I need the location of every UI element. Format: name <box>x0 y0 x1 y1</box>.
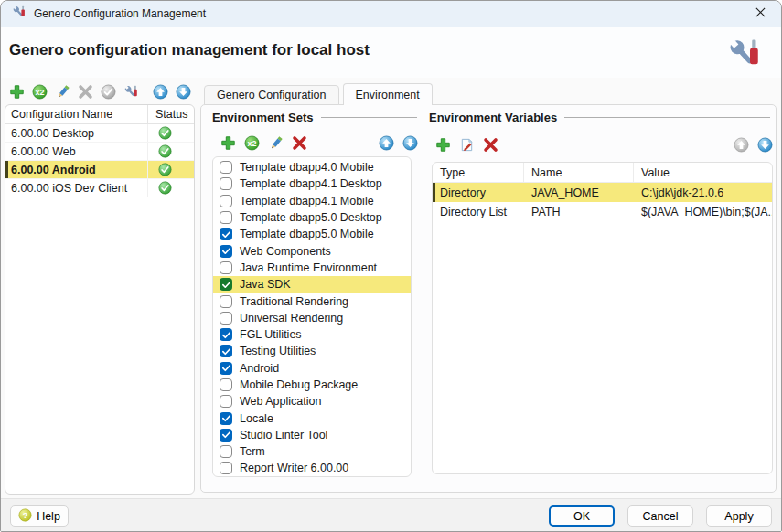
tab-genero-configuration[interactable]: Genero Configuration <box>204 85 339 105</box>
duplicate-environment-set-icon[interactable]: x2 <box>243 134 261 152</box>
config-name: 6.00.00 Web <box>5 143 148 160</box>
close-button[interactable] <box>739 1 781 27</box>
env-set-label: Report Writer 6.00.00 <box>240 462 348 474</box>
cancel-button[interactable]: Cancel <box>627 505 693 527</box>
checkbox-icon[interactable] <box>220 211 232 224</box>
column-type[interactable]: Type <box>433 163 524 182</box>
environment-sets-title: Environment Sets <box>212 111 314 124</box>
env-set-item[interactable]: Template dbapp4.1 Desktop <box>213 176 411 192</box>
variable-row[interactable]: Directory List PATH $(JAVA_HOME)\bin;$(J… <box>433 202 772 221</box>
delete-variable-icon[interactable] <box>482 136 499 154</box>
status-ok-icon <box>148 163 194 176</box>
duplicate-configuration-icon[interactable]: x2 <box>31 83 48 101</box>
move-configuration-up-icon[interactable] <box>152 83 168 101</box>
tab-environment[interactable]: Environment <box>343 83 433 105</box>
help-icon: ? <box>18 508 32 525</box>
env-set-item[interactable]: Java Runtime Environment <box>213 260 411 276</box>
title-bar: Genero Configuration Management <box>1 1 781 27</box>
env-set-item[interactable]: FGL Utilities <box>213 326 411 343</box>
env-set-item[interactable]: Universal Rendering <box>213 310 411 326</box>
status-ok-icon <box>148 126 194 140</box>
move-set-down-icon[interactable] <box>402 134 419 152</box>
env-set-item[interactable]: Android <box>213 360 411 377</box>
env-set-item[interactable]: Term <box>213 443 411 460</box>
checkbox-icon[interactable] <box>220 278 232 291</box>
env-set-item[interactable]: Web Components <box>213 242 411 259</box>
env-set-item[interactable]: Web Application <box>213 393 411 410</box>
column-value[interactable]: Value <box>634 163 772 182</box>
env-set-label: Studio Linter Tool <box>240 429 327 442</box>
add-environment-set-icon[interactable] <box>220 134 237 152</box>
ok-button[interactable]: OK <box>549 505 615 527</box>
move-variable-down-icon[interactable] <box>756 136 774 154</box>
env-set-item[interactable]: Report Writer 6.00.00 <box>213 460 411 476</box>
env-set-item[interactable]: Java SDK <box>213 276 411 293</box>
variable-row[interactable]: Directory JAVA_HOME C:\jdk\jdk-21.0.6 <box>433 183 772 202</box>
env-set-item[interactable]: Template dbapp5.0 Mobile <box>213 226 411 242</box>
variable-name: JAVA_HOME <box>524 186 634 199</box>
checkbox-icon[interactable] <box>220 362 232 375</box>
delete-environment-set-icon[interactable] <box>291 134 308 152</box>
checkbox-icon[interactable] <box>220 445 232 458</box>
app-logo-icon <box>726 36 763 76</box>
env-set-item[interactable]: Traditional Rendering <box>213 293 411 309</box>
add-configuration-icon[interactable] <box>8 83 25 101</box>
checkbox-icon[interactable] <box>220 429 232 442</box>
edit-configuration-icon[interactable] <box>54 83 70 101</box>
help-button[interactable]: ? Help <box>10 505 69 527</box>
tools-icon[interactable] <box>123 83 139 101</box>
env-set-item[interactable]: Locale <box>213 410 411 426</box>
checkbox-icon[interactable] <box>220 312 232 325</box>
checkbox-icon[interactable] <box>220 412 232 425</box>
checkbox-icon[interactable] <box>220 245 232 258</box>
checkbox-icon[interactable] <box>220 462 232 474</box>
checkbox-icon[interactable] <box>220 345 232 357</box>
env-set-item[interactable]: Template dbapp5.0 Desktop <box>213 209 411 226</box>
variables-table-header: Type Name Value <box>433 163 772 183</box>
checkbox-icon[interactable] <box>220 195 232 207</box>
validate-configuration-icon <box>100 83 116 101</box>
checkbox-icon[interactable] <box>220 261 232 274</box>
apply-button[interactable]: Apply <box>706 505 772 527</box>
env-set-label: Template dbapp4.0 Mobile <box>240 161 374 174</box>
checkbox-icon[interactable] <box>220 161 232 174</box>
config-row[interactable]: 6.00.00 Desktop <box>5 124 194 143</box>
move-configuration-down-icon[interactable] <box>175 83 191 101</box>
checkbox-icon[interactable] <box>220 177 232 190</box>
env-set-item[interactable]: Testing Utilities <box>213 343 411 359</box>
svg-text:x2: x2 <box>248 139 257 148</box>
env-set-label: Template dbapp5.0 Desktop <box>240 211 382 224</box>
window-title: Genero Configuration Management <box>34 7 206 20</box>
env-set-item[interactable]: Template dbapp4.0 Mobile <box>213 159 411 176</box>
edit-variable-icon[interactable] <box>458 136 476 154</box>
config-row[interactable]: 6.00.00 Android <box>5 161 194 179</box>
move-set-up-icon[interactable] <box>378 134 395 152</box>
env-set-label: Java SDK <box>240 278 291 291</box>
configuration-toolbar: x2 <box>8 83 191 101</box>
column-status[interactable]: Status <box>148 108 194 121</box>
dialog-window: Genero Configuration Management Genero c… <box>0 0 782 532</box>
checkbox-icon[interactable] <box>220 295 232 308</box>
config-row[interactable]: 6.00.00 iOS Dev Client <box>5 179 194 197</box>
env-set-item[interactable]: Template dbapp4.1 Mobile <box>213 193 411 209</box>
checkbox-icon[interactable] <box>220 328 232 341</box>
column-name[interactable]: Name <box>524 163 634 182</box>
help-label: Help <box>37 510 60 523</box>
env-set-item[interactable]: Studio Linter Tool <box>213 427 411 443</box>
config-row[interactable]: 6.00.00 Web <box>5 143 194 161</box>
tab-bar: Genero ConfigurationEnvironment <box>204 83 436 105</box>
column-configuration-name[interactable]: Configuration Name <box>5 105 148 123</box>
delete-configuration-icon <box>77 83 93 101</box>
checkbox-icon[interactable] <box>220 378 232 391</box>
env-set-item[interactable]: Mobile Debug Package <box>213 377 411 393</box>
dialog-header: Genero configuration management for loca… <box>1 27 781 78</box>
env-set-label: Universal Rendering <box>240 312 343 325</box>
svg-text:x2: x2 <box>35 88 44 97</box>
checkbox-icon[interactable] <box>220 395 232 408</box>
env-set-label: Mobile Debug Package <box>240 378 358 391</box>
close-icon <box>755 6 766 21</box>
environment-sets-list: Template dbapp4.0 Mobile Template dbapp4… <box>212 156 412 477</box>
checkbox-icon[interactable] <box>220 228 232 240</box>
edit-environment-set-icon[interactable] <box>267 134 284 152</box>
add-variable-icon[interactable] <box>434 136 452 154</box>
